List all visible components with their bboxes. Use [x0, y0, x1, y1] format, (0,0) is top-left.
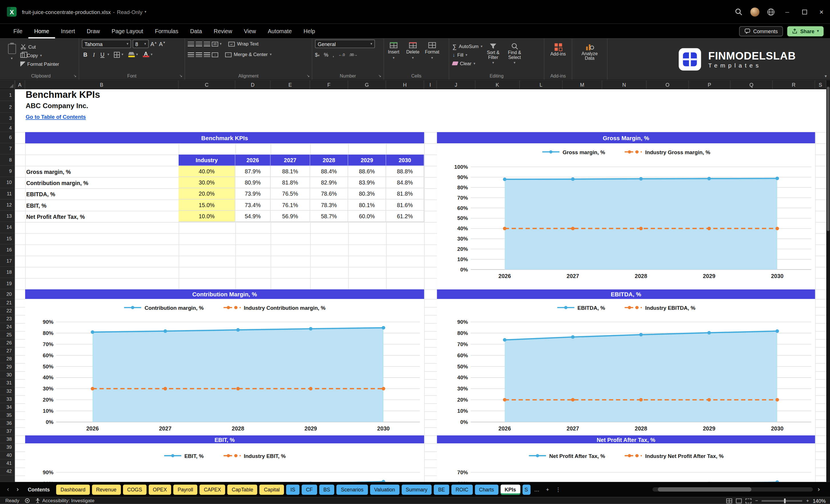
- kpi-value-cell[interactable]: 84.8%: [386, 177, 424, 188]
- vertical-scrollbar-thumb[interactable]: [827, 87, 829, 231]
- row-header-39[interactable]: 39: [0, 443, 14, 451]
- column-header-b[interactable]: B: [25, 80, 179, 89]
- row-header-17[interactable]: 17: [0, 256, 14, 267]
- row-header-35[interactable]: 35: [0, 411, 14, 419]
- row-header-36[interactable]: 36: [0, 419, 14, 427]
- column-header-i[interactable]: I: [424, 80, 437, 89]
- company-name-cell[interactable]: ABC Company Inc.: [26, 101, 88, 112]
- fill-button[interactable]: ↓Fill▾: [452, 52, 482, 58]
- document-title[interactable]: fruit-juice-concentrate-production.xlsx …: [22, 9, 147, 15]
- industry-value-cell[interactable]: 30.0%: [179, 177, 235, 188]
- kpi-value-cell[interactable]: 80.9%: [235, 177, 270, 188]
- kpi-row-label[interactable]: EBIT, %: [26, 199, 179, 211]
- italic-button[interactable]: I: [90, 52, 97, 58]
- sheet-tab-be[interactable]: BE: [434, 484, 449, 495]
- sheet-tab-opex[interactable]: OPEX: [149, 484, 171, 495]
- sheet-tab-valuation[interactable]: Valuation: [370, 484, 399, 495]
- sheet-tab-summary[interactable]: Summary: [402, 484, 432, 495]
- row-header-7[interactable]: 7: [0, 143, 14, 154]
- row-header-4[interactable]: 4: [0, 124, 14, 132]
- menu-tab-view[interactable]: View: [238, 24, 262, 38]
- sheet-tab-capex[interactable]: CAPEX: [200, 484, 225, 495]
- row-header-20[interactable]: 20: [0, 289, 14, 299]
- kpi-row-label[interactable]: Gross margin, %: [26, 166, 179, 177]
- horizontal-scrollbar[interactable]: [652, 487, 813, 492]
- kpi-value-cell[interactable]: 80.1%: [348, 199, 386, 211]
- horizontal-scrollbar-thumb[interactable]: [658, 487, 752, 492]
- tab-more-button[interactable]: ⋮: [554, 486, 563, 493]
- row-header-11[interactable]: 11: [0, 188, 14, 199]
- gross-margin-chart-banner[interactable]: Gross Margin, %: [437, 132, 815, 143]
- sheet-tab-capital[interactable]: Capital: [260, 484, 284, 495]
- kpi-value-cell[interactable]: 58.7%: [310, 211, 348, 222]
- contribution-margin-chart-banner[interactable]: Contribution Margin, %: [25, 289, 424, 299]
- row-header-24[interactable]: 24: [0, 323, 14, 331]
- zoom-slider-thumb[interactable]: [784, 498, 786, 503]
- number-dialog-launcher[interactable]: ↘: [378, 74, 381, 78]
- percent-format-button[interactable]: %: [324, 52, 328, 58]
- menu-tab-draw[interactable]: Draw: [81, 24, 106, 38]
- spreadsheet-grid[interactable]: Benchmark KPIs ABC Company Inc. Go to Ta…: [15, 89, 826, 482]
- toc-link[interactable]: Go to Table of Contents: [26, 114, 86, 122]
- chart-ebitda[interactable]: 0%10%20%30%40%50%60%70%80%90%20262027202…: [437, 299, 815, 435]
- row-header-9[interactable]: 9: [0, 166, 14, 177]
- menu-tab-file[interactable]: File: [7, 24, 28, 38]
- bold-button[interactable]: B: [82, 52, 89, 58]
- sheet-tab-scenarios[interactable]: Scenarios: [337, 484, 368, 495]
- accounting-format-button[interactable]: $▾: [315, 52, 319, 58]
- kpi-value-cell[interactable]: 82.9%: [310, 177, 348, 188]
- row-header-34[interactable]: 34: [0, 403, 14, 411]
- row-header-6[interactable]: 6: [0, 132, 14, 143]
- autosum-button[interactable]: ∑AutoSum▾: [452, 43, 482, 50]
- row-header-15[interactable]: 15: [0, 233, 14, 244]
- ebit-chart-banner[interactable]: EBIT, %: [25, 435, 424, 443]
- comments-button[interactable]: Comments: [739, 26, 783, 36]
- kpi-value-cell[interactable]: 80.3%: [348, 188, 386, 199]
- npat-chart-banner[interactable]: Net Profit After Tax, %: [437, 435, 815, 443]
- scroll-right-icon[interactable]: ›: [815, 486, 823, 493]
- zoom-in-button[interactable]: +: [806, 498, 809, 503]
- find-select-button[interactable]: Find & Select ▾: [504, 42, 525, 67]
- kpi-value-cell[interactable]: 54.9%: [235, 211, 270, 222]
- row-header-22[interactable]: 22: [0, 307, 14, 315]
- column-header-d[interactable]: D: [235, 80, 270, 89]
- column-header-p[interactable]: P: [689, 80, 731, 89]
- row-header-8[interactable]: 8: [0, 154, 14, 166]
- align-middle-icon[interactable]: [196, 41, 202, 46]
- kpi-value-cell[interactable]: 81.8%: [386, 188, 424, 199]
- kpi-value-cell[interactable]: 73.4%: [235, 199, 270, 211]
- table-header-2030[interactable]: 2030: [386, 154, 424, 166]
- chart-gross-margin[interactable]: 0%10%20%30%40%50%60%70%80%90%100%2026202…: [437, 143, 815, 289]
- chart-ebit[interactable]: 0%10%20%30%40%50%60%70%80%90%20262027202…: [25, 443, 424, 482]
- new-sheet-button[interactable]: +: [543, 486, 552, 493]
- kpi-value-cell[interactable]: 81.8%: [270, 177, 310, 188]
- row-header-3[interactable]: 3: [0, 113, 14, 124]
- wrap-text-button[interactable]: ↵Wrap Text: [228, 40, 259, 47]
- increase-font-button[interactable]: A▲: [150, 41, 157, 47]
- menu-tab-formulas[interactable]: Formulas: [149, 24, 184, 38]
- comma-format-button[interactable]: ,: [332, 52, 334, 58]
- column-header-h[interactable]: H: [386, 80, 424, 89]
- menu-tab-automate[interactable]: Automate: [262, 24, 298, 38]
- row-header-19[interactable]: 19: [0, 278, 14, 289]
- sheet-tab-is[interactable]: IS: [286, 484, 300, 495]
- kpi-value-cell[interactable]: 76.1%: [270, 199, 310, 211]
- row-header-41[interactable]: 41: [0, 460, 14, 467]
- number-format-select[interactable]: General▾: [315, 39, 375, 48]
- menu-tab-home[interactable]: Home: [28, 24, 55, 38]
- merge-center-button[interactable]: ⇔Merge & Center▾: [225, 51, 272, 58]
- column-header-j[interactable]: J: [437, 80, 476, 89]
- tab-overflow-button[interactable]: …: [533, 486, 541, 493]
- tab-scroll-right-icon[interactable]: ›: [14, 486, 22, 493]
- format-painter-button[interactable]: Format Painter: [20, 60, 59, 67]
- table-header-2027[interactable]: 2027: [270, 154, 310, 166]
- chart-net-profit-after-tax[interactable]: 0%10%20%30%40%50%60%70%20262027202820292…: [437, 443, 815, 482]
- sheet-tab-contents[interactable]: Contents: [24, 484, 54, 495]
- kpi-value-cell[interactable]: 88.1%: [270, 166, 310, 177]
- column-header-s[interactable]: S: [815, 80, 826, 89]
- sheet-tab-bs[interactable]: BS: [319, 484, 334, 495]
- row-header-21[interactable]: 21: [0, 299, 14, 307]
- table-header-industry[interactable]: Industry: [179, 154, 235, 166]
- kpi-value-cell[interactable]: 88.4%: [310, 166, 348, 177]
- select-all-corner[interactable]: [0, 80, 15, 89]
